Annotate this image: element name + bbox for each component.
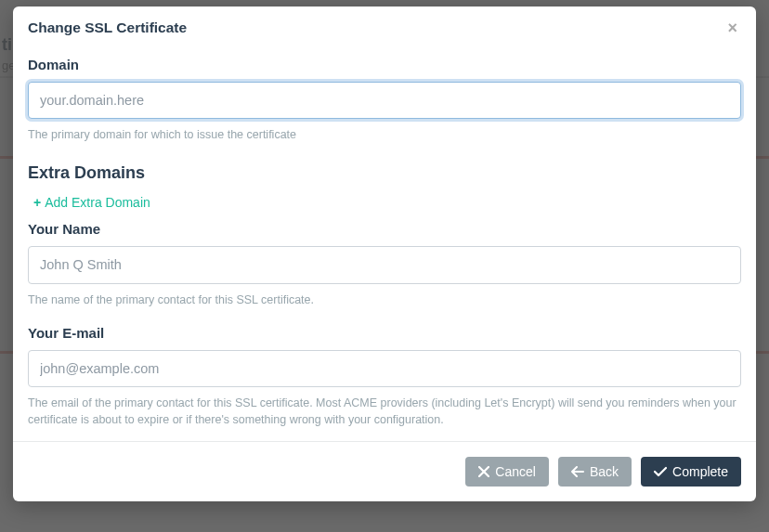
- domain-field-block: The primary domain for which to issue th…: [28, 82, 741, 143]
- modal-body: Domain The primary domain for which to i…: [13, 49, 756, 441]
- name-label: Your Name: [28, 221, 741, 237]
- back-button[interactable]: Back: [558, 457, 632, 487]
- name-field-block: The name of the primary contact for this…: [28, 246, 741, 307]
- modal-footer: Cancel Back Complete: [13, 441, 756, 501]
- back-arrow-icon: [571, 466, 584, 477]
- domain-input[interactable]: [28, 82, 741, 119]
- name-help: The name of the primary contact for this…: [28, 292, 741, 308]
- domain-label: Domain: [28, 57, 741, 72]
- cancel-label: Cancel: [495, 464, 536, 479]
- email-help: The email of the primary contact for thi…: [28, 395, 741, 428]
- email-input[interactable]: [28, 350, 741, 387]
- close-button[interactable]: ×: [723, 19, 741, 36]
- complete-button[interactable]: Complete: [641, 457, 741, 487]
- email-field-block: The email of the primary contact for thi…: [28, 350, 741, 429]
- cancel-x-icon: [478, 466, 489, 477]
- plus-icon: +: [33, 195, 41, 210]
- modal-header: Change SSL Certificate ×: [13, 6, 756, 49]
- back-label: Back: [590, 464, 619, 479]
- extra-domains-heading: Extra Domains: [28, 163, 741, 183]
- email-label: Your E-mail: [28, 325, 741, 341]
- name-input[interactable]: [28, 246, 741, 283]
- modal-title: Change SSL Certificate: [28, 19, 187, 36]
- complete-label: Complete: [672, 464, 728, 479]
- close-icon: ×: [727, 19, 737, 37]
- domain-help: The primary domain for which to issue th…: [28, 126, 741, 143]
- cancel-button[interactable]: Cancel: [465, 457, 549, 487]
- check-icon: [654, 466, 667, 477]
- add-extra-domain-label: Add Extra Domain: [45, 195, 150, 210]
- add-extra-domain-button[interactable]: + Add Extra Domain: [33, 195, 150, 210]
- change-ssl-modal: Change SSL Certificate × Domain The prim…: [13, 6, 756, 501]
